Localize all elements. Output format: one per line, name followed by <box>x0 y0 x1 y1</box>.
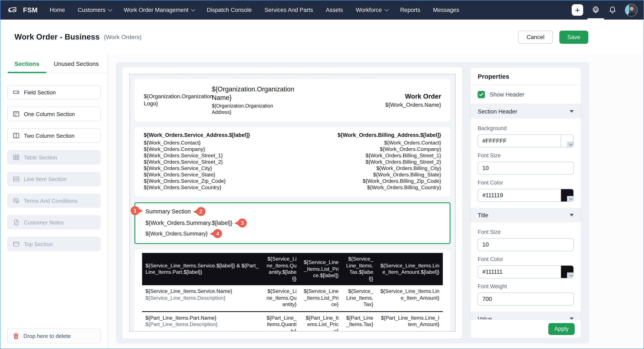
show-header-checkbox[interactable] <box>478 91 485 98</box>
addresses-section[interactable]: ${Work_Orders.Service_Address.$[label]} … <box>134 127 450 197</box>
field-label: Font Size <box>478 152 574 159</box>
check-icon <box>479 93 484 96</box>
sidebar-item-label: Top Section <box>24 241 53 247</box>
group-section-header[interactable]: Section Header <box>470 104 581 119</box>
group-title[interactable]: Title <box>470 208 581 222</box>
group-value[interactable]: Value <box>470 312 581 319</box>
line-item-icon <box>13 176 20 182</box>
save-button[interactable]: Save <box>559 30 588 43</box>
column-header: ${Service_Line_Items.Tax.$[label]} <box>342 253 377 286</box>
summary-section-selected[interactable]: 1 Summary Section 2 ${Work_Orders.Summar… <box>134 203 450 244</box>
list-price-cell: ${Part_Line_Items.List_Price} <box>300 312 342 332</box>
org-header-section[interactable]: ${Organization.Organization Logo} ${Orga… <box>134 79 450 122</box>
nav-item-workforce[interactable]: Workforce <box>356 7 388 13</box>
notifications-bell-icon[interactable] <box>608 0 617 19</box>
billing-address-column: ${Work_Orders.Billing_Address.$[label]} … <box>338 132 441 191</box>
settings-gear-icon[interactable] <box>591 0 600 19</box>
sidebar-item-label: Line Item Section <box>24 176 66 182</box>
address-line: ${Work_Orders.Company} <box>144 146 250 153</box>
chevron-down-icon <box>108 7 112 11</box>
tax-cell: ${Part_Line_Items.Tax} <box>342 312 377 332</box>
address-line: ${Work_Orders.Billing_Street_1} <box>338 153 441 159</box>
address-line: ${Work_Orders.Service_Country} <box>144 185 250 191</box>
background-color-input[interactable] <box>478 134 574 147</box>
top-section-icon <box>13 241 20 247</box>
line-items-section[interactable]: ${Service_Line_Items.Service.$[label]} &… <box>134 250 450 332</box>
font-size-input[interactable] <box>478 162 574 175</box>
two-column-icon <box>13 132 20 139</box>
sidebar-item-two-column-section[interactable]: Two Column Section <box>7 128 101 143</box>
address-line: ${Work_Orders.Service_Zip_Code} <box>144 178 250 185</box>
brand-name: FSM <box>23 6 38 14</box>
field-label: Font Color <box>478 179 574 186</box>
font-weight-field <box>478 293 574 306</box>
font-size-field <box>478 238 574 251</box>
table-row: ${Part_Line_Items.Part.Name} ${Part_Line… <box>142 312 443 332</box>
font-size-input[interactable] <box>478 238 574 251</box>
swatch-chevron-icon[interactable] <box>567 273 574 278</box>
user-avatar[interactable] <box>625 3 638 16</box>
sidebar-item-one-column-section[interactable]: One Column Section <box>7 107 101 121</box>
sidebar-item-top-section: Top Section <box>7 237 101 251</box>
address-line: ${Work_Orders.Service_City} <box>144 166 250 172</box>
sidebar-item-field-section[interactable]: Field Section <box>7 85 101 99</box>
nav-item-messages[interactable]: Messages <box>433 7 459 13</box>
content-area: Sections Unused Sections Field Section O… <box>0 54 644 349</box>
tab-unused-sections[interactable]: Unused Sections <box>54 60 99 67</box>
table-header-row: ${Service_Line_Items.Service.$[label]} &… <box>142 253 443 286</box>
sidebar-item-terms-and-conditions: Terms And Conditions <box>7 193 101 208</box>
create-new-button[interactable]: + <box>572 4 583 16</box>
list-price-cell: ${Service_Line_Items.List_Price} <box>300 286 342 312</box>
apply-button[interactable]: Apply <box>548 323 575 335</box>
show-header-label: Show Header <box>490 91 524 98</box>
chevron-down-icon <box>191 7 195 11</box>
nav-item-home[interactable]: Home <box>50 7 65 13</box>
annotation-pin-2: 2 <box>196 207 205 216</box>
field-label: Font Weight <box>478 283 574 290</box>
font-color-input[interactable] <box>478 265 574 279</box>
sections-sidebar: Sections Unused Sections Field Section O… <box>0 54 108 349</box>
group-label: Title <box>478 212 488 218</box>
cancel-button[interactable]: Cancel <box>518 30 553 43</box>
template-drop-area[interactable]: ${Organization.Organization Logo} ${Orga… <box>129 74 456 332</box>
nav-item-assets[interactable]: Assets <box>326 7 343 13</box>
address-line: ${Work_Orders.Service_Street_1} <box>144 153 250 159</box>
properties-scroll-area[interactable]: Show Header Section Header Background <box>470 85 581 319</box>
swatch-chevron-icon[interactable] <box>567 142 574 147</box>
address-line: ${Work_Orders.Billing_Street_2} <box>338 159 441 166</box>
sidebar-item-line-item-section: Line Item Section <box>7 172 101 186</box>
top-navigation: FSM Home Customers Work Order Management… <box>0 0 644 19</box>
nav-item-dispatch-console[interactable]: Dispatch Console <box>207 7 252 13</box>
org-identity: ${Organization.Organization Name} ${Orga… <box>212 85 283 115</box>
properties-panel: Properties Show Header Section Header <box>470 67 582 338</box>
billing-address-label: ${Work_Orders.Billing_Address.$[label]} <box>338 132 441 139</box>
nav-item-reports[interactable]: Reports <box>400 7 420 13</box>
summary-value-placeholder: ${Work_Orders.Summary} 4 <box>146 229 440 238</box>
chevron-down-icon <box>384 7 388 11</box>
summary-section-title: Summary Section 2 <box>146 207 440 216</box>
one-column-icon <box>13 110 20 117</box>
section-palette: Field Section One Column Section Two Col… <box>0 73 108 251</box>
group-label: Section Header <box>478 108 517 115</box>
title-fields: Font Size Font Color Font Weight <box>470 222 581 312</box>
font-weight-input[interactable] <box>478 293 574 306</box>
table-row: ${Service_Line_Items.Service.Name} ${Ser… <box>142 286 443 312</box>
font-color-input[interactable] <box>478 189 574 202</box>
tab-sections[interactable]: Sections <box>14 60 39 67</box>
nav-item-work-order-management[interactable]: Work Order Management <box>124 7 194 13</box>
terms-icon <box>13 197 20 204</box>
drop-to-delete-zone[interactable]: Drop here to delete <box>7 328 101 344</box>
group-label: Value <box>478 316 492 319</box>
font-color-field <box>478 265 574 279</box>
main-menu: Home Customers Work Order Management Dis… <box>50 7 459 13</box>
swatch-chevron-icon[interactable] <box>567 196 574 202</box>
address-line: ${Work_Orders.Service_Street_2} <box>144 159 250 166</box>
nav-item-customers[interactable]: Customers <box>78 7 111 13</box>
document-title-block: Work Order ${Work_Orders.Name} <box>385 93 441 108</box>
sidebar-item-label: Customer Notes <box>24 219 64 226</box>
org-name-placeholder: ${Organization.Organization Name} <box>212 85 266 102</box>
fsm-logo[interactable]: FSM <box>8 5 38 15</box>
address-line: ${Work_Orders.Company} <box>338 146 441 153</box>
collapse-caret-icon <box>570 110 574 113</box>
nav-item-services-and-parts[interactable]: Services And Parts <box>264 7 313 13</box>
